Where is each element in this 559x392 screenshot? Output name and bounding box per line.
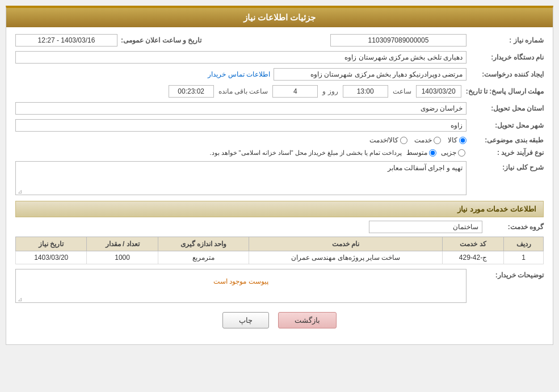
purchase-type-label: نوع فرآیند خرید : bbox=[470, 149, 544, 157]
category-radio-kala[interactable] bbox=[459, 137, 466, 144]
col-code: کد خدمت bbox=[443, 237, 504, 251]
deadline-time-label: ساعت bbox=[393, 87, 411, 95]
category-row: طبقه بندی موضوعی: کالا خدمت کالا/خدمت bbox=[15, 136, 544, 144]
need-number-row: شماره نیاز : 1103097089000005 تاریخ و سا… bbox=[15, 34, 544, 47]
col-row: ردیف bbox=[504, 237, 544, 251]
buttons-row: بازگشت چاپ bbox=[15, 312, 544, 338]
purchase-type-note: پرداخت تمام یا بخشی از مبلغ خریداز محل "… bbox=[15, 149, 402, 157]
city-label: شهر محل تحویل: bbox=[470, 121, 544, 129]
deadline-date: 1403/03/20 bbox=[416, 85, 461, 98]
need-desc-box: تهیه و اجرای آسفالت معابر bbox=[15, 161, 466, 195]
attach-box: پیوست موجود است bbox=[15, 269, 466, 303]
col-unit: واحد اندازه گیری bbox=[158, 237, 249, 251]
buyer-notes-row: توضیحات خریدار: پیوست موجود است ⊿ bbox=[15, 269, 544, 303]
need-number-label: شماره نیاز : bbox=[470, 36, 544, 44]
announce-label: تاریخ و ساعت اعلان عمومی: bbox=[121, 36, 201, 44]
table-head: ردیف کد خدمت نام خدمت واحد اندازه گیری ت… bbox=[16, 237, 544, 251]
page-wrapper: جزئیات اطلاعات نیاز شماره نیاز : 1103097… bbox=[0, 0, 559, 392]
buyer-notes-label: توضیحات خریدار: bbox=[470, 269, 544, 279]
service-group-value: ساختمان bbox=[369, 221, 482, 233]
deadline-row: مهلت ارسال پاسخ: تا تاریخ: 1403/03/20 سا… bbox=[15, 85, 544, 98]
service-group-row: گروه خدمت: ساختمان bbox=[15, 221, 544, 233]
buyer-notes-container: پیوست موجود است ⊿ bbox=[15, 269, 466, 303]
deadline-label: مهلت ارسال پاسخ: تا تاریخ: bbox=[466, 87, 544, 95]
buyer-org-label: نام دستگاه خریدار: bbox=[470, 53, 544, 61]
purchase-type-motavaset[interactable]: متوسط bbox=[406, 149, 436, 157]
category-radio-group: کالا خدمت کالا/خدمت bbox=[369, 136, 466, 144]
announce-value: 1403/03/16 - 12:27 bbox=[15, 34, 117, 47]
cell-unit: مترمربع bbox=[158, 251, 249, 264]
card-body: شماره نیاز : 1103097089000005 تاریخ و سا… bbox=[6, 27, 553, 344]
purchase-radio-motavaset[interactable] bbox=[429, 149, 436, 157]
services-section-title: اطلاعات خدمات مورد نیاز bbox=[15, 201, 544, 217]
category-radio-kala-khedmat[interactable] bbox=[400, 137, 407, 144]
need-number-value: 1103097089000005 bbox=[330, 34, 466, 47]
city-value: زاوه bbox=[15, 119, 466, 132]
deadline-days: 4 bbox=[272, 85, 318, 98]
cell-code: ج-42-429 bbox=[443, 251, 504, 264]
cell-date: 1403/03/20 bbox=[16, 251, 87, 264]
resize-handle-icon: ⊿ bbox=[16, 188, 22, 194]
purchase-radio-jozi[interactable] bbox=[458, 149, 465, 157]
purchase-type-row: نوع فرآیند خرید : جزیی متوسط پرداخت تمام… bbox=[15, 149, 544, 157]
table-body: 1 ج-42-429 ساخت سایر پروژه‌های مهندسی عم… bbox=[16, 251, 544, 264]
city-row: شهر محل تحویل: زاوه bbox=[15, 119, 544, 132]
services-table: ردیف کد خدمت نام خدمت واحد اندازه گیری ت… bbox=[15, 237, 544, 264]
print-button[interactable]: چاپ bbox=[222, 312, 269, 328]
category-option-kala[interactable]: کالا bbox=[448, 136, 466, 144]
deadline-days-label: روز و bbox=[322, 87, 338, 95]
province-label: استان محل تحویل: bbox=[470, 104, 544, 112]
creator-value: مرتضی دوپرادرنیکو دهیار بخش مرکزی شهرستا… bbox=[274, 68, 466, 81]
need-desc-label: شرح کلی نیاز: bbox=[470, 161, 544, 171]
col-name: نام خدمت bbox=[249, 237, 443, 251]
table-header-row: ردیف کد خدمت نام خدمت واحد اندازه گیری ت… bbox=[16, 237, 544, 251]
category-option-khedmat[interactable]: خدمت bbox=[414, 136, 441, 144]
buyer-org-row: نام دستگاه خریدار: دهیاری تلخی بخش مرکزی… bbox=[15, 51, 544, 64]
need-desc-value: تهیه و اجرای آسفالت معابر bbox=[388, 164, 463, 172]
deadline-time: 13:00 bbox=[343, 85, 388, 98]
back-button[interactable]: بازگشت bbox=[278, 312, 337, 328]
category-radio-khedmat[interactable] bbox=[434, 137, 441, 144]
main-card: جزئیات اطلاعات نیاز شماره نیاز : 1103097… bbox=[6, 6, 553, 345]
col-date: تاریخ نیاز bbox=[16, 237, 87, 251]
card-header: جزئیات اطلاعات نیاز bbox=[6, 8, 553, 27]
need-desc-container: تهیه و اجرای آسفالت معابر ⊿ bbox=[15, 161, 466, 195]
buyer-org-value: دهیاری تلخی بخش مرکزی شهرستان زاوه bbox=[15, 51, 466, 64]
cell-name: ساخت سایر پروژه‌های مهندسی عمران bbox=[249, 251, 443, 264]
attachment-text: پیوست موجود است bbox=[19, 272, 463, 291]
cell-row: 1 bbox=[504, 251, 544, 264]
category-label: طبقه بندی موضوعی: bbox=[470, 136, 544, 144]
purchase-type-jozi[interactable]: جزیی bbox=[441, 149, 465, 157]
col-qty: تعداد / مقدار bbox=[87, 237, 158, 251]
creator-label: ایجاد کننده درخواست: bbox=[470, 70, 544, 78]
page-title: جزئیات اطلاعات نیاز bbox=[243, 12, 316, 22]
service-group-label: گروه خدمت: bbox=[487, 223, 544, 231]
creator-row: ایجاد کننده درخواست: مرتضی دوپرادرنیکو د… bbox=[15, 68, 544, 81]
category-option-kala-khedmat[interactable]: کالا/خدمت bbox=[369, 136, 407, 144]
table-row: 1 ج-42-429 ساخت سایر پروژه‌های مهندسی عم… bbox=[16, 251, 544, 264]
contact-link[interactable]: اطلاعات تماس خریدار bbox=[208, 70, 270, 78]
resize-handle-notes-icon: ⊿ bbox=[16, 296, 22, 302]
province-value: خراسان رضوی bbox=[15, 102, 466, 115]
province-row: استان محل تحویل: خراسان رضوی bbox=[15, 102, 544, 115]
need-desc-row: شرح کلی نیاز: تهیه و اجرای آسفالت معابر … bbox=[15, 161, 544, 195]
deadline-remaining-label: ساعت باقی مانده bbox=[218, 87, 268, 95]
cell-qty: 1000 bbox=[87, 251, 158, 264]
deadline-remaining: 00:23:02 bbox=[169, 85, 214, 98]
